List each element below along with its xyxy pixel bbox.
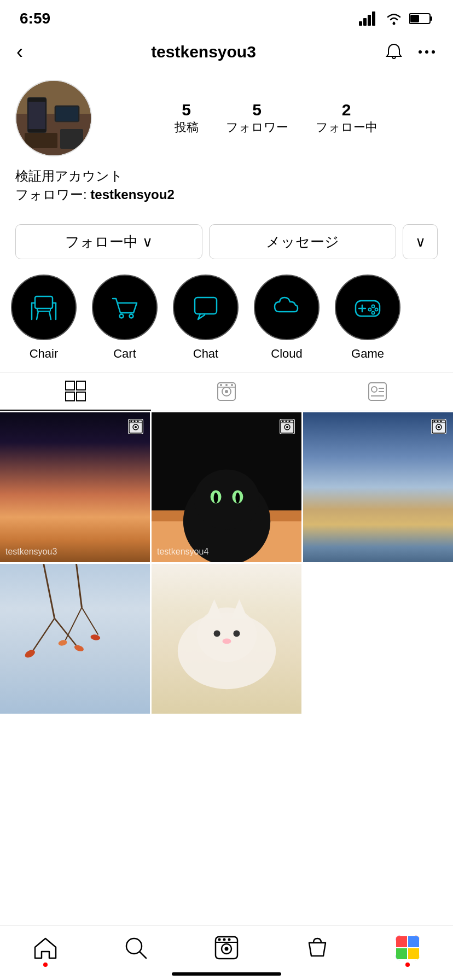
highlight-label-game: Game	[351, 347, 384, 361]
svg-point-4	[393, 22, 396, 25]
bio-follower-name[interactable]: testkensyou2	[90, 187, 174, 202]
nav-home[interactable]	[33, 935, 58, 960]
svg-point-27	[120, 314, 124, 318]
status-icons	[359, 11, 433, 26]
svg-point-75	[282, 421, 284, 422]
svg-point-36	[369, 308, 371, 311]
bottom-spacer	[0, 714, 453, 774]
svg-point-8	[419, 50, 422, 54]
grid-icon	[65, 380, 86, 402]
svg-point-111	[228, 938, 230, 941]
status-bar: 6:59	[0, 0, 453, 33]
profile-dot	[405, 962, 410, 967]
branches-decoration	[0, 564, 150, 714]
profile-section: 5 投稿 5 フォロワー 2 フォロー中 検証用アカウント フォロワー: tes…	[0, 71, 453, 214]
cart-icon	[109, 292, 140, 323]
home-icon	[33, 935, 58, 960]
svg-line-86	[44, 564, 55, 619]
svg-line-89	[76, 564, 82, 608]
following-count: 2	[342, 101, 351, 119]
svg-rect-29	[195, 298, 217, 314]
post-username: testkensyou3	[5, 547, 57, 557]
svg-rect-39	[66, 392, 74, 401]
svg-rect-3	[372, 11, 375, 26]
svg-line-22	[49, 311, 51, 319]
following-label: フォロー中	[316, 119, 378, 136]
highlight-game[interactable]: Game	[335, 275, 400, 361]
grid-item[interactable]: testkensyou3	[0, 412, 150, 562]
svg-point-76	[286, 421, 287, 422]
highlight-circle-cloud	[254, 275, 320, 340]
highlight-circle-game	[335, 275, 400, 340]
content-tabs	[0, 372, 453, 411]
svg-rect-37	[66, 381, 74, 390]
svg-point-60	[137, 421, 139, 422]
header: ‹ testkensyou3	[0, 33, 453, 71]
svg-point-110	[223, 938, 225, 941]
svg-line-90	[66, 608, 82, 640]
highlight-chat[interactable]: Chat	[173, 275, 239, 361]
posts-stat[interactable]: 5 投稿	[175, 101, 199, 136]
posts-grid: testkensyou3	[0, 412, 453, 714]
tab-grid[interactable]	[0, 372, 151, 411]
back-button[interactable]: ‹	[16, 42, 23, 62]
followers-stat[interactable]: 5 フォロワー	[226, 101, 288, 136]
svg-point-43	[225, 390, 228, 393]
tab-reels[interactable]	[151, 372, 302, 411]
svg-point-95	[90, 634, 101, 641]
svg-point-85	[440, 421, 442, 422]
followers-count: 5	[252, 101, 262, 119]
battery-icon	[409, 13, 433, 25]
bio-section: 検証用アカウント フォロワー: testkensyou2	[15, 166, 438, 203]
grid-item[interactable]	[303, 412, 453, 562]
svg-point-77	[289, 421, 291, 422]
svg-point-34	[375, 308, 378, 311]
nav-shop[interactable]	[305, 935, 330, 960]
svg-line-104	[140, 952, 146, 958]
message-button[interactable]: メッセージ	[209, 224, 396, 259]
avatar-image	[16, 81, 91, 155]
avatar[interactable]	[15, 80, 92, 156]
svg-point-109	[218, 938, 220, 941]
nav-reels[interactable]	[214, 935, 239, 960]
highlight-label-chair: Chair	[30, 347, 59, 361]
svg-point-81	[438, 426, 440, 428]
tab-tagged[interactable]	[302, 372, 453, 411]
grid-item[interactable]	[152, 564, 301, 714]
status-time: 6:59	[20, 10, 50, 27]
highlights-section: Chair Cart Chat Cloud	[0, 269, 453, 372]
follow-button[interactable]: フォロー中 ∨	[15, 224, 202, 259]
svg-rect-1	[363, 18, 367, 26]
svg-point-69	[235, 492, 240, 503]
svg-point-97	[197, 608, 257, 662]
notification-bell-icon[interactable]	[384, 42, 404, 62]
following-stat[interactable]: 2 フォロー中	[316, 101, 378, 136]
svg-rect-18	[60, 129, 83, 149]
posts-count: 5	[182, 101, 191, 119]
profile-username: testkensyou3	[151, 43, 256, 61]
svg-rect-6	[430, 16, 432, 21]
svg-line-21	[37, 311, 38, 319]
svg-line-87	[33, 619, 55, 651]
nav-profile[interactable]	[395, 935, 420, 960]
colorwheel-icon	[395, 935, 420, 960]
highlight-chair[interactable]: Chair	[11, 275, 77, 361]
svg-point-73	[286, 426, 288, 428]
more-options-icon[interactable]	[417, 42, 437, 62]
game-icon	[352, 292, 383, 323]
shop-icon	[305, 935, 330, 960]
svg-point-65	[194, 470, 260, 530]
more-dropdown-button[interactable]: ∨	[403, 224, 438, 259]
svg-rect-38	[77, 381, 85, 390]
profile-top: 5 投稿 5 フォロワー 2 フォロー中	[15, 80, 438, 156]
reel-badge	[430, 418, 448, 435]
highlight-cart[interactable]: Cart	[92, 275, 158, 361]
svg-point-56	[135, 426, 137, 428]
svg-point-107	[224, 947, 228, 950]
highlight-cloud[interactable]: Cloud	[254, 275, 320, 361]
highlight-label-chat: Chat	[193, 347, 218, 361]
svg-rect-2	[368, 15, 371, 26]
grid-item[interactable]: testkensyou4	[152, 412, 301, 562]
nav-search[interactable]	[123, 935, 148, 960]
grid-item[interactable]	[0, 564, 150, 714]
